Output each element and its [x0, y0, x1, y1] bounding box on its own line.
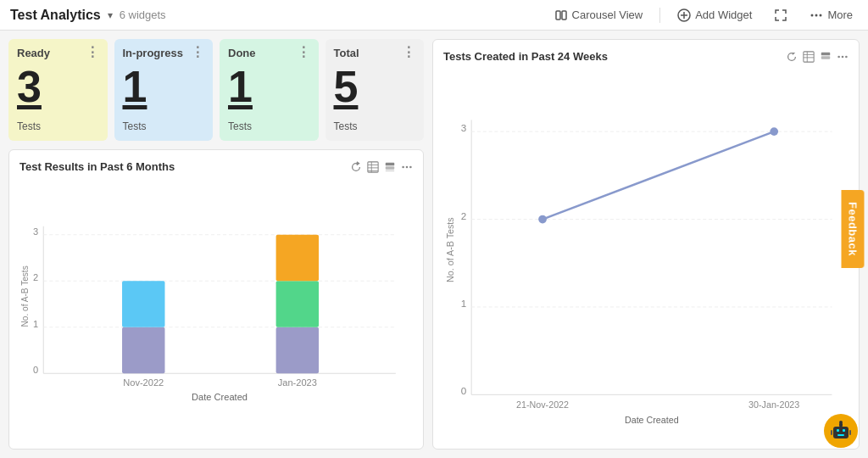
stat-card-ready-dots[interactable]: ⋮	[86, 46, 99, 59]
line-chart-actions	[786, 51, 849, 63]
svg-text:Date Created: Date Created	[625, 415, 679, 425]
line-chart-stacked-icon[interactable]	[820, 51, 832, 63]
svg-point-40	[845, 55, 848, 58]
svg-text:3: 3	[33, 226, 38, 237]
line-point-jan	[770, 127, 778, 136]
bar-chart-svg: 3 2 1 0 No. of A-B Tests	[19, 180, 413, 438]
stat-card-ready-label: Ready	[17, 47, 50, 59]
svg-rect-0	[556, 11, 560, 20]
stat-card-inprogress-sublabel: Tests	[123, 120, 205, 132]
svg-text:2: 2	[461, 210, 467, 221]
svg-rect-32	[804, 51, 814, 61]
line-chart-card: Tests Created in Past 24 Weeks	[432, 39, 860, 450]
svg-text:Jan-2023: Jan-2023	[278, 377, 317, 388]
stat-card-total-header: Total ⋮	[334, 46, 416, 59]
svg-text:30-Jan-2023: 30-Jan-2023	[748, 399, 799, 410]
header: Test Analytics ▾ 6 widgets Carousel View…	[0, 0, 868, 31]
line-chart-body: 3 2 1 0 No. of A-B Tests	[443, 70, 849, 438]
stat-card-inprogress-label: In-progress	[123, 47, 184, 59]
svg-text:21-Nov-2022: 21-Nov-2022	[516, 399, 569, 410]
stat-card-inprogress-value: 1	[123, 63, 205, 117]
line-chart-refresh-icon[interactable]	[786, 51, 798, 63]
bar-chart-more-icon[interactable]	[401, 161, 413, 173]
line-chart-header: Tests Created in Past 24 Weeks	[443, 50, 849, 63]
line-chart-title: Tests Created in Past 24 Weeks	[443, 50, 608, 63]
widgets-count: 6 widgets	[120, 8, 166, 21]
svg-rect-36	[821, 52, 831, 55]
stat-card-inprogress-header: In-progress ⋮	[123, 46, 205, 59]
svg-rect-60	[831, 430, 832, 435]
svg-rect-14	[386, 166, 395, 170]
svg-text:1: 1	[33, 319, 38, 329]
left-panel: Ready ⋮ 3 Tests In-progress ⋮ 1 Tests Do…	[8, 39, 424, 450]
svg-rect-57	[837, 434, 844, 436]
bar-nov2022-seg2	[122, 281, 164, 327]
bar-chart-body: 3 2 1 0 No. of A-B Tests	[19, 180, 413, 438]
svg-text:3: 3	[461, 122, 467, 133]
more-button[interactable]: More	[804, 5, 858, 25]
add-widget-button[interactable]: Add Widget	[672, 5, 757, 25]
stat-card-inprogress: In-progress ⋮ 1 Tests	[114, 39, 214, 141]
line-point-nov	[538, 215, 547, 224]
stat-card-total-value: 5	[334, 63, 416, 117]
stat-card-ready: Ready ⋮ 3 Tests	[8, 39, 108, 141]
main-content: Ready ⋮ 3 Tests In-progress ⋮ 1 Tests Do…	[0, 31, 868, 458]
stat-card-done-value: 1	[228, 63, 310, 117]
stat-card-total-label: Total	[334, 47, 359, 59]
svg-rect-55	[837, 429, 839, 432]
expand-button[interactable]	[769, 5, 793, 25]
svg-rect-1	[562, 11, 566, 20]
stat-card-total-dots[interactable]: ⋮	[402, 46, 415, 59]
svg-point-38	[837, 55, 840, 58]
stat-card-done: Done ⋮ 1 Tests	[220, 39, 319, 141]
svg-rect-13	[386, 162, 395, 165]
divider	[659, 8, 660, 23]
svg-text:No. of A-B Tests: No. of A-B Tests	[445, 217, 455, 282]
stat-card-ready-value: 3	[17, 63, 99, 117]
svg-rect-37	[821, 56, 831, 59]
page-title: Test Analytics	[10, 8, 101, 23]
stat-card-done-dots[interactable]: ⋮	[297, 46, 310, 59]
feedback-tab[interactable]: Feedback	[842, 190, 865, 268]
add-icon	[677, 8, 691, 22]
carousel-icon	[554, 8, 568, 22]
bar-chart-header: Test Results in Past 6 Months	[19, 160, 413, 173]
stat-card-total-sublabel: Tests	[334, 120, 416, 132]
stat-card-total: Total ⋮ 5 Tests	[326, 39, 425, 141]
svg-point-7	[820, 14, 822, 16]
carousel-view-button[interactable]: Carousel View	[549, 5, 648, 25]
svg-text:No. of A-B Tests: No. of A-B Tests	[20, 265, 30, 327]
svg-text:Nov-2022: Nov-2022	[123, 377, 164, 388]
svg-point-18	[409, 165, 412, 168]
line-chart-table-icon[interactable]	[803, 51, 815, 63]
svg-point-39	[842, 55, 844, 58]
bar-jan2023-seg2	[276, 281, 319, 327]
svg-point-16	[402, 165, 404, 168]
stat-card-inprogress-dots[interactable]: ⋮	[191, 46, 204, 59]
stat-card-ready-sublabel: Tests	[17, 120, 99, 132]
svg-text:Date Created: Date Created	[192, 392, 248, 402]
stacked-icon[interactable]	[384, 161, 396, 173]
stat-card-ready-header: Ready ⋮	[17, 46, 99, 59]
more-icon	[810, 8, 823, 22]
title-dropdown-icon[interactable]: ▾	[108, 9, 113, 21]
stat-card-done-label: Done	[228, 47, 256, 59]
svg-text:1: 1	[461, 298, 467, 309]
line-chart-svg: 3 2 1 0 No. of A-B Tests	[443, 70, 849, 438]
svg-rect-15	[386, 170, 395, 171]
table-view-icon[interactable]	[367, 161, 379, 173]
line-chart-line	[542, 131, 774, 219]
bar-chart-title: Test Results in Past 6 Months	[19, 160, 175, 173]
svg-point-6	[815, 14, 818, 16]
svg-rect-61	[849, 430, 851, 435]
stat-card-done-header: Done ⋮	[228, 46, 310, 59]
svg-text:2: 2	[33, 272, 38, 282]
line-chart-more-icon[interactable]	[837, 51, 849, 63]
stat-cards-row: Ready ⋮ 3 Tests In-progress ⋮ 1 Tests Do…	[8, 39, 424, 141]
svg-rect-56	[843, 429, 845, 432]
refresh-icon[interactable]	[350, 161, 362, 173]
robot-svg	[830, 420, 852, 442]
svg-rect-54	[833, 427, 849, 438]
svg-point-59	[839, 421, 843, 424]
robot-icon[interactable]	[824, 414, 858, 448]
